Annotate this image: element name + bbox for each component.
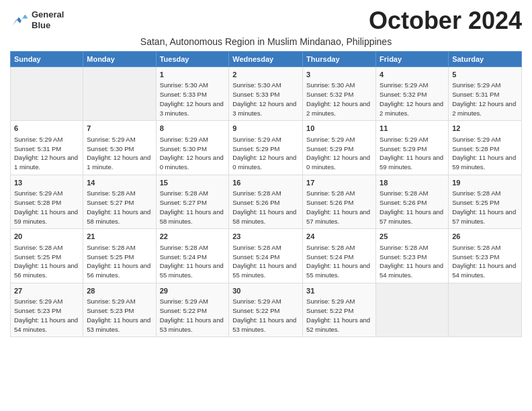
calendar-cell: 10Sunrise: 5:29 AM Sunset: 5:29 PM Dayli… — [303, 121, 376, 175]
calendar-cell: 20Sunrise: 5:28 AM Sunset: 5:25 PM Dayli… — [11, 229, 83, 283]
calendar-cell — [376, 283, 449, 336]
day-number: 24 — [306, 232, 372, 242]
day-info: Sunrise: 5:28 AM Sunset: 5:25 PM Dayligh… — [14, 243, 79, 280]
month-title: October 2024 — [369, 7, 522, 35]
day-info: Sunrise: 5:28 AM Sunset: 5:24 PM Dayligh… — [232, 243, 299, 280]
day-info: Sunrise: 5:28 AM Sunset: 5:25 PM Dayligh… — [87, 243, 152, 280]
calendar-cell: 8Sunrise: 5:29 AM Sunset: 5:30 PM Daylig… — [156, 121, 229, 175]
day-info: Sunrise: 5:29 AM Sunset: 5:31 PM Dayligh… — [452, 81, 518, 118]
calendar-day-header: Wednesday — [229, 52, 303, 67]
day-info: Sunrise: 5:29 AM Sunset: 5:22 PM Dayligh… — [160, 297, 226, 334]
calendar-header-row: SundayMondayTuesdayWednesdayThursdayFrid… — [11, 52, 522, 67]
calendar-week-row: 13Sunrise: 5:29 AM Sunset: 5:28 PM Dayli… — [11, 175, 522, 228]
day-info: Sunrise: 5:28 AM Sunset: 5:23 PM Dayligh… — [380, 243, 445, 280]
day-number: 9 — [232, 124, 299, 134]
calendar-table: SundayMondayTuesdayWednesdayThursdayFrid… — [10, 51, 522, 337]
day-info: Sunrise: 5:28 AM Sunset: 5:27 PM Dayligh… — [160, 189, 226, 226]
calendar-cell: 25Sunrise: 5:28 AM Sunset: 5:23 PM Dayli… — [376, 229, 449, 283]
day-number: 1 — [160, 70, 226, 80]
calendar-cell — [449, 283, 522, 336]
calendar-cell: 19Sunrise: 5:28 AM Sunset: 5:25 PM Dayli… — [449, 175, 522, 228]
day-number: 20 — [14, 232, 79, 242]
day-info: Sunrise: 5:28 AM Sunset: 5:26 PM Dayligh… — [380, 189, 445, 226]
day-info: Sunrise: 5:28 AM Sunset: 5:24 PM Dayligh… — [160, 243, 226, 280]
day-number: 30 — [232, 286, 299, 296]
day-number: 8 — [160, 124, 226, 134]
logo-text: General Blue — [32, 9, 64, 30]
calendar-cell: 2Sunrise: 5:30 AM Sunset: 5:33 PM Daylig… — [229, 67, 303, 121]
calendar-cell: 17Sunrise: 5:28 AM Sunset: 5:26 PM Dayli… — [303, 175, 376, 228]
calendar-cell: 3Sunrise: 5:30 AM Sunset: 5:32 PM Daylig… — [303, 67, 376, 121]
calendar-cell: 14Sunrise: 5:28 AM Sunset: 5:27 PM Dayli… — [83, 175, 156, 228]
day-number: 10 — [306, 124, 372, 134]
day-info: Sunrise: 5:29 AM Sunset: 5:29 PM Dayligh… — [380, 135, 445, 172]
day-info: Sunrise: 5:29 AM Sunset: 5:23 PM Dayligh… — [14, 297, 79, 334]
day-info: Sunrise: 5:29 AM Sunset: 5:29 PM Dayligh… — [306, 135, 372, 172]
day-info: Sunrise: 5:29 AM Sunset: 5:32 PM Dayligh… — [380, 81, 445, 118]
logo: General Blue — [10, 9, 64, 30]
calendar-cell: 21Sunrise: 5:28 AM Sunset: 5:25 PM Dayli… — [83, 229, 156, 283]
day-info: Sunrise: 5:29 AM Sunset: 5:22 PM Dayligh… — [232, 297, 299, 334]
day-number: 17 — [306, 178, 372, 188]
day-info: Sunrise: 5:30 AM Sunset: 5:33 PM Dayligh… — [160, 81, 226, 118]
header: General Blue October 2024 — [10, 7, 522, 35]
calendar-day-header: Sunday — [11, 52, 83, 67]
calendar-cell — [11, 67, 83, 121]
day-info: Sunrise: 5:28 AM Sunset: 5:25 PM Dayligh… — [452, 189, 518, 226]
calendar-cell: 26Sunrise: 5:28 AM Sunset: 5:23 PM Dayli… — [449, 229, 522, 283]
day-info: Sunrise: 5:28 AM Sunset: 5:27 PM Dayligh… — [87, 189, 152, 226]
svg-marker-1 — [23, 14, 28, 18]
calendar-cell: 24Sunrise: 5:28 AM Sunset: 5:24 PM Dayli… — [303, 229, 376, 283]
logo-icon — [10, 12, 29, 28]
calendar-cell: 4Sunrise: 5:29 AM Sunset: 5:32 PM Daylig… — [376, 67, 449, 121]
day-number: 22 — [160, 232, 226, 242]
day-number: 2 — [232, 70, 299, 80]
calendar-cell: 13Sunrise: 5:29 AM Sunset: 5:28 PM Dayli… — [11, 175, 83, 228]
day-number: 29 — [160, 286, 226, 296]
calendar-cell: 28Sunrise: 5:29 AM Sunset: 5:23 PM Dayli… — [83, 283, 156, 336]
day-info: Sunrise: 5:30 AM Sunset: 5:32 PM Dayligh… — [306, 81, 372, 118]
calendar-day-header: Tuesday — [156, 52, 229, 67]
day-number: 7 — [87, 124, 152, 134]
calendar-cell: 5Sunrise: 5:29 AM Sunset: 5:31 PM Daylig… — [449, 67, 522, 121]
day-number: 25 — [380, 232, 445, 242]
day-number: 27 — [14, 286, 79, 296]
calendar-cell: 11Sunrise: 5:29 AM Sunset: 5:29 PM Dayli… — [376, 121, 449, 175]
day-number: 15 — [160, 178, 226, 188]
calendar-week-row: 20Sunrise: 5:28 AM Sunset: 5:25 PM Dayli… — [11, 229, 522, 283]
day-number: 12 — [452, 124, 518, 134]
day-info: Sunrise: 5:29 AM Sunset: 5:30 PM Dayligh… — [160, 135, 226, 172]
day-info: Sunrise: 5:30 AM Sunset: 5:33 PM Dayligh… — [232, 81, 299, 118]
day-number: 6 — [14, 124, 79, 134]
day-info: Sunrise: 5:28 AM Sunset: 5:26 PM Dayligh… — [306, 189, 372, 226]
calendar-cell: 16Sunrise: 5:28 AM Sunset: 5:26 PM Dayli… — [229, 175, 303, 228]
day-number: 11 — [380, 124, 445, 134]
day-info: Sunrise: 5:29 AM Sunset: 5:28 PM Dayligh… — [452, 135, 518, 172]
calendar-cell: 1Sunrise: 5:30 AM Sunset: 5:33 PM Daylig… — [156, 67, 229, 121]
calendar-day-header: Friday — [376, 52, 449, 67]
calendar-cell: 29Sunrise: 5:29 AM Sunset: 5:22 PM Dayli… — [156, 283, 229, 336]
day-info: Sunrise: 5:28 AM Sunset: 5:23 PM Dayligh… — [452, 243, 518, 280]
day-number: 26 — [452, 232, 518, 242]
calendar-cell: 15Sunrise: 5:28 AM Sunset: 5:27 PM Dayli… — [156, 175, 229, 228]
calendar-cell — [83, 67, 156, 121]
calendar-cell: 12Sunrise: 5:29 AM Sunset: 5:28 PM Dayli… — [449, 121, 522, 175]
day-info: Sunrise: 5:29 AM Sunset: 5:22 PM Dayligh… — [306, 297, 372, 334]
day-info: Sunrise: 5:29 AM Sunset: 5:28 PM Dayligh… — [14, 189, 79, 226]
calendar-cell: 9Sunrise: 5:29 AM Sunset: 5:29 PM Daylig… — [229, 121, 303, 175]
calendar-week-row: 27Sunrise: 5:29 AM Sunset: 5:23 PM Dayli… — [11, 283, 522, 336]
calendar-week-row: 6Sunrise: 5:29 AM Sunset: 5:31 PM Daylig… — [11, 121, 522, 175]
calendar-cell: 31Sunrise: 5:29 AM Sunset: 5:22 PM Dayli… — [303, 283, 376, 336]
day-info: Sunrise: 5:29 AM Sunset: 5:23 PM Dayligh… — [87, 297, 152, 334]
day-number: 23 — [232, 232, 299, 242]
calendar-cell: 6Sunrise: 5:29 AM Sunset: 5:31 PM Daylig… — [11, 121, 83, 175]
day-number: 19 — [452, 178, 518, 188]
day-info: Sunrise: 5:29 AM Sunset: 5:31 PM Dayligh… — [14, 135, 79, 172]
day-number: 21 — [87, 232, 152, 242]
calendar-cell: 7Sunrise: 5:29 AM Sunset: 5:30 PM Daylig… — [83, 121, 156, 175]
day-info: Sunrise: 5:28 AM Sunset: 5:26 PM Dayligh… — [232, 189, 299, 226]
day-number: 3 — [306, 70, 372, 80]
day-number: 14 — [87, 178, 152, 188]
subtitle: Satan, Autonomous Region in Muslim Minda… — [10, 36, 522, 47]
day-number: 28 — [87, 286, 152, 296]
